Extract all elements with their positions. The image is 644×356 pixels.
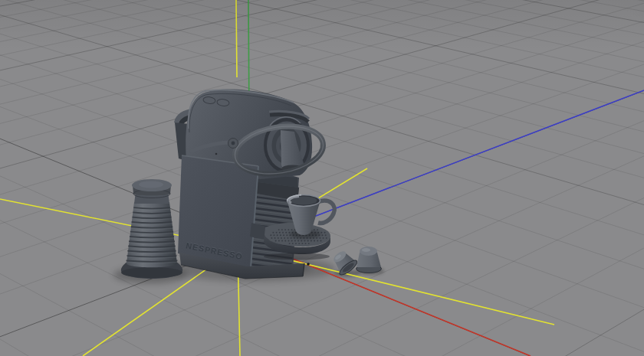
object-axis-dot [307,263,310,266]
coffee-capsule-upright-object[interactable] [356,247,382,273]
3d-viewport[interactable]: NESPRESSO NESPRESSO [0,0,644,356]
world-axes [248,0,644,356]
milk-frother-object[interactable] [121,179,182,279]
espresso-machine-object[interactable]: NESPRESSO NESPRESSO [174,90,330,279]
light-ray [236,0,237,77]
scene-layer: NESPRESSO NESPRESSO [0,0,644,356]
